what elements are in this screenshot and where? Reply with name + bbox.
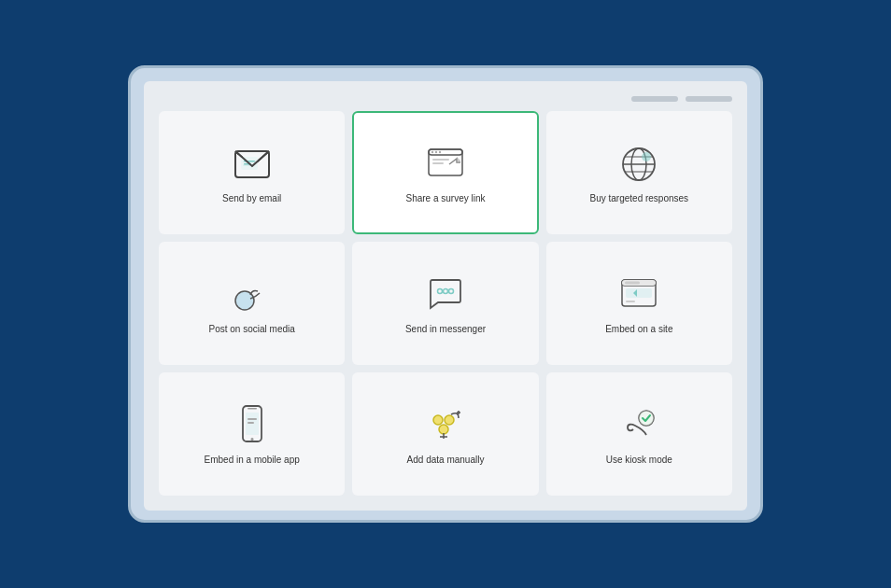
svg-point-23 [443,288,447,293]
options-grid: Send by email Share a survey link Buy ta… [159,111,732,496]
add-data-manually-label: Add data manually [407,454,485,466]
svg-point-43 [639,411,654,426]
use-kiosk-mode-icon [618,405,659,446]
send-in-messenger-label: Send in messenger [405,323,486,335]
post-on-social-media-icon [232,274,273,315]
send-in-messenger-icon [425,274,466,315]
svg-point-38 [445,415,454,425]
svg-rect-35 [248,418,257,420]
embed-mobile-app-icon [232,405,273,446]
svg-rect-29 [626,288,652,298]
svg-point-39 [439,425,448,434]
svg-rect-11 [432,159,449,161]
svg-point-33 [250,438,253,441]
svg-point-10 [439,150,441,152]
share-survey-link-label: Share a survey link [405,192,485,204]
share-survey-link-icon [425,144,466,185]
svg-point-8 [431,150,433,152]
svg-point-37 [433,415,443,425]
svg-point-9 [435,150,437,152]
svg-rect-28 [625,281,640,284]
svg-rect-7 [429,149,462,155]
scrollbar-pill-1 [631,96,678,102]
use-kiosk-mode-label: Use kiosk mode [606,454,672,466]
svg-rect-32 [248,408,257,410]
card-send-by-email[interactable]: Send by email [159,111,345,234]
svg-point-19 [642,152,651,161]
embed-mobile-app-label: Embed in a mobile app [205,454,300,466]
svg-point-22 [437,288,442,293]
svg-point-24 [448,288,453,293]
card-send-in-messenger[interactable]: Send in messenger [352,242,538,365]
card-embed-mobile-app[interactable]: Embed in a mobile app [159,372,345,496]
screen: Send by email Share a survey link Buy ta… [144,81,747,511]
add-data-manually-icon [425,405,466,446]
send-by-email-icon [232,144,273,185]
card-share-survey-link[interactable]: Share a survey link [352,111,538,234]
embed-on-site-label: Embed on a site [605,323,672,335]
buy-targeted-responses-label: Buy targeted responses [590,192,689,204]
laptop-frame: Send by email Share a survey link Buy ta… [128,65,763,523]
card-use-kiosk-mode[interactable]: Use kiosk mode [546,372,732,496]
svg-rect-36 [248,422,254,424]
svg-rect-30 [626,301,635,302]
embed-on-site-icon [618,274,659,315]
svg-marker-12 [457,157,460,162]
card-add-data-manually[interactable]: Add data manually [352,372,538,496]
post-on-social-media-label: Post on social media [209,323,295,335]
card-post-on-social-media[interactable]: Post on social media [159,242,345,365]
card-embed-on-site[interactable]: Embed on a site [546,242,732,365]
scrollbar-area [159,96,732,102]
send-by-email-label: Send by email [222,192,281,204]
buy-targeted-responses-icon [618,144,659,185]
scrollbar-pill-2 [686,96,732,102]
card-buy-targeted-responses[interactable]: Buy targeted responses [546,111,732,234]
svg-rect-13 [432,162,444,164]
